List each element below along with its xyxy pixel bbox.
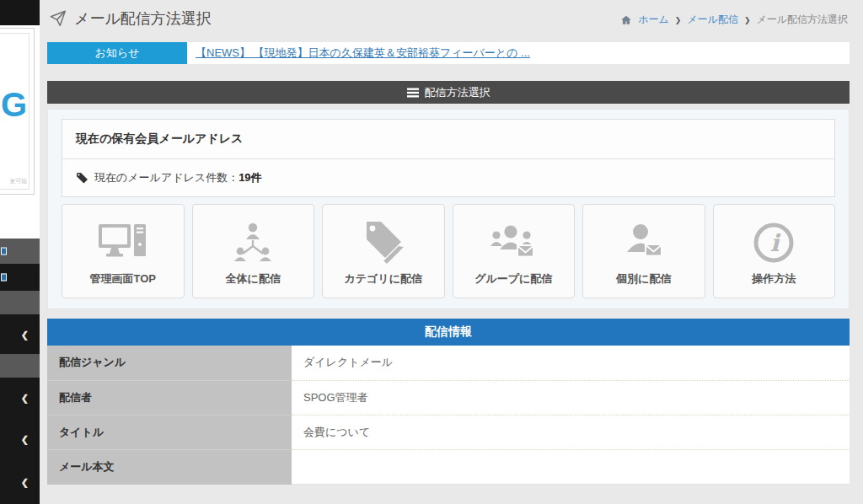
person-mail-icon [622, 223, 666, 262]
page-title: メール配信方法選択 [49, 8, 212, 29]
row-label: メール本文 [47, 449, 292, 484]
chevron-left-icon: ❮ [21, 434, 29, 443]
row-label: 配信ジャンル [47, 346, 292, 380]
sidebar-header [0, 0, 40, 25]
desktop-computer-icon [99, 224, 147, 261]
row-label: 配信者 [47, 380, 292, 415]
group-mail-icon [489, 223, 538, 262]
action-label: カテゴリに配信 [344, 271, 422, 287]
home-icon [620, 14, 632, 26]
send-to-category-button[interactable]: カテゴリに配信 [322, 204, 445, 298]
main-content: メール配信方法選択 ホーム ❯ メール配信 ❯ メール配信方法選択 お知らせ 【… [47, 0, 850, 504]
method-select-bar: 配信方法選択 [47, 81, 850, 104]
action-label: 全体に配信 [226, 271, 281, 287]
summary-card-body: 現在のメールアドレス件数：19件 [62, 159, 834, 196]
action-label: 管理画面TOP [90, 271, 157, 287]
news-label: お知らせ [47, 42, 187, 64]
count-label: 現在のメールアドレス件数： [94, 171, 239, 184]
chevron-left-icon: ❮ [21, 477, 29, 486]
row-value: 会費について [292, 415, 850, 449]
breadcrumb-home-link[interactable]: ホーム [638, 13, 669, 27]
send-to-all-button[interactable]: 全体に配信 [192, 204, 315, 298]
breadcrumb-mail-delivery-link[interactable]: メール配信 [687, 13, 738, 27]
row-value [292, 449, 850, 484]
breadcrumb: ホーム ❯ メール配信 ❯ メール配信方法選択 [620, 13, 848, 27]
paper-plane-icon [49, 9, 67, 28]
row-value: ダイレクトメール [292, 346, 850, 380]
row-label: タイトル [47, 415, 292, 449]
page-title-text: メール配信方法選択 [74, 8, 212, 29]
page-header: メール配信方法選択 ホーム ❯ メール配信 ❯ メール配信方法選択 [47, 0, 850, 40]
table-row: タイトル 会費について [47, 415, 850, 449]
how-to-button[interactable]: i 操作方法 [713, 204, 836, 298]
hamburger-icon [407, 88, 419, 98]
summary-card-title: 現在の保有会員メールアドレス [62, 120, 834, 159]
sidebar: G 更可能 ❮ ❮ ❮ ❮ [0, 0, 40, 504]
action-buttons: 管理画面TOP [62, 204, 835, 298]
breadcrumb-separator: ❯ [744, 16, 751, 24]
sidebar-item-clipped-2[interactable] [0, 264, 40, 291]
table-row: 配信者 SPOG管理者 [47, 380, 850, 415]
chevron-left-icon: ❮ [21, 394, 29, 403]
action-label: グループに配信 [474, 271, 552, 287]
sidebar-item-collapsible-3[interactable]: ❮ [0, 418, 40, 459]
svg-text:i: i [770, 229, 781, 257]
news-headline-link[interactable]: 【NEWS】 【現地発】日本の久保建英＆安部裕葵フィーバーとの ... [196, 42, 530, 64]
tag-small-icon [76, 172, 88, 185]
method-panel: 現在の保有会員メールアドレス 現在のメールアドレス件数：19件 [47, 109, 850, 309]
tag-icon [361, 221, 406, 265]
chevron-left-icon: ❮ [21, 330, 29, 339]
sidebar-item-collapsible-1[interactable]: ❮ [0, 314, 40, 354]
sidebar-section-divider-1 [0, 291, 40, 314]
table-row: メール本文 [47, 449, 850, 484]
sidebar-item-clipped-1[interactable] [0, 239, 40, 264]
delivery-info-header: 配信情報 [47, 319, 850, 346]
delivery-info-table: 配信ジャンル ダイレクトメール 配信者 SPOG管理者 タイトル 会費について … [47, 346, 850, 485]
send-to-group-button[interactable]: グループに配信 [453, 204, 576, 298]
news-bar: お知らせ 【NEWS】 【現地発】日本の久保建英＆安部裕葵フィーバーとの ... [47, 42, 850, 64]
clipped-menu-icon [1, 248, 7, 255]
action-label: 操作方法 [752, 271, 796, 287]
info-circle-icon: i [753, 222, 795, 264]
sidebar-item-collapsible-2[interactable]: ❮ [0, 378, 40, 418]
breadcrumb-current: メール配信方法選択 [756, 13, 848, 27]
banner-caption: 更可能 [10, 178, 27, 185]
method-bar-title: 配信方法選択 [425, 85, 490, 100]
clipped-menu-icon [1, 274, 7, 281]
breadcrumb-separator: ❯ [675, 16, 682, 24]
sidebar-banner: G 更可能 [0, 28, 35, 195]
table-row: 配信ジャンル ダイレクトメール [47, 346, 850, 380]
banner-logo-letter: G [1, 88, 27, 121]
sidebar-section-divider-2 [0, 354, 40, 378]
sidebar-banner-area: G 更可能 [0, 25, 40, 239]
admin-top-button[interactable]: 管理画面TOP [62, 204, 185, 298]
count-value: 19件 [239, 171, 261, 184]
mail-address-count: 現在のメールアドレス件数：19件 [94, 170, 262, 185]
send-individual-button[interactable]: 個別に配信 [582, 204, 705, 298]
row-value: SPOG管理者 [292, 380, 850, 415]
sidebar-item-collapsible-4[interactable]: ❮ [0, 459, 40, 504]
action-label: 個別に配信 [616, 271, 671, 287]
summary-card: 現在の保有会員メールアドレス 現在のメールアドレス件数：19件 [62, 119, 835, 197]
people-tree-icon [229, 222, 276, 264]
